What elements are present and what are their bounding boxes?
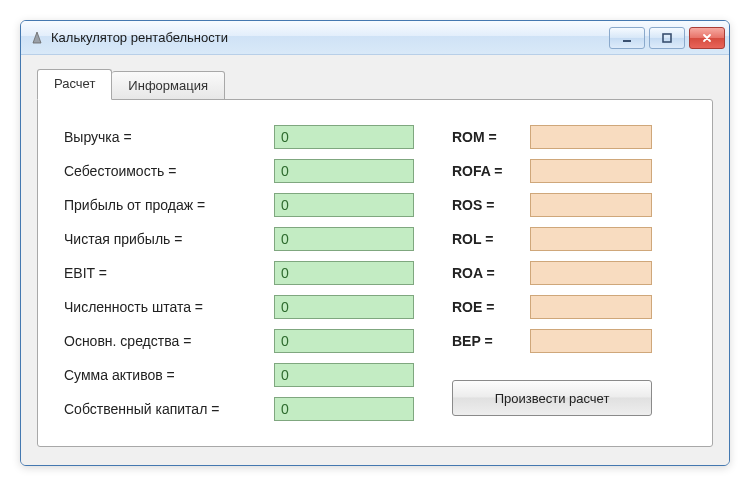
input-sales-profit[interactable] — [274, 193, 414, 217]
minimize-button[interactable] — [609, 27, 645, 49]
outputs-column: ROM = ROFA = ROS = ROL = — [452, 120, 690, 426]
input-headcount[interactable] — [274, 295, 414, 319]
output-rofa — [530, 159, 652, 183]
label-ros: ROS = — [452, 197, 530, 213]
label-bep: BEP = — [452, 333, 530, 349]
svg-rect-1 — [623, 40, 631, 42]
calculate-button[interactable]: Произвести расчет — [452, 380, 652, 416]
label-rofa: ROFA = — [452, 163, 530, 179]
label-headcount: Численность штата = — [64, 299, 274, 315]
output-bep — [530, 329, 652, 353]
output-roe — [530, 295, 652, 319]
client-area: Расчет Информация Выручка = Себестоимост… — [21, 55, 729, 465]
label-rom: ROM = — [452, 129, 530, 145]
window-controls — [609, 27, 725, 49]
inputs-column: Выручка = Себестоимость = Прибыль от про… — [64, 120, 424, 426]
tabstrip: Расчет Информация — [37, 69, 713, 100]
tab-info[interactable]: Информация — [112, 71, 225, 100]
label-rol: ROL = — [452, 231, 530, 247]
titlebar[interactable]: Калькулятор рентабельности — [21, 21, 729, 55]
input-cost[interactable] — [274, 159, 414, 183]
label-fixed-assets: Основн. средства = — [64, 333, 274, 349]
label-roe: ROE = — [452, 299, 530, 315]
tab-calc[interactable]: Расчет — [37, 69, 112, 100]
label-total-assets: Сумма активов = — [64, 367, 274, 383]
input-total-assets[interactable] — [274, 363, 414, 387]
output-rol — [530, 227, 652, 251]
input-equity[interactable] — [274, 397, 414, 421]
label-net-profit: Чистая прибыль = — [64, 231, 274, 247]
maximize-button[interactable] — [649, 27, 685, 49]
label-revenue: Выручка = — [64, 129, 274, 145]
app-window: Калькулятор рентабельности Расчет Информ… — [20, 20, 730, 466]
svg-rect-2 — [663, 34, 671, 42]
label-sales-profit: Прибыль от продаж = — [64, 197, 274, 213]
close-button[interactable] — [689, 27, 725, 49]
window-title: Калькулятор рентабельности — [51, 30, 609, 45]
input-revenue[interactable] — [274, 125, 414, 149]
input-ebit[interactable] — [274, 261, 414, 285]
app-icon — [29, 30, 45, 46]
output-rom — [530, 125, 652, 149]
tab-panel-calc: Выручка = Себестоимость = Прибыль от про… — [37, 99, 713, 447]
output-ros — [530, 193, 652, 217]
label-ebit: EBIT = — [64, 265, 274, 281]
label-roa: ROA = — [452, 265, 530, 281]
label-cost: Себестоимость = — [64, 163, 274, 179]
input-fixed-assets[interactable] — [274, 329, 414, 353]
label-equity: Собственный капитал = — [64, 401, 274, 417]
svg-marker-0 — [33, 32, 41, 43]
input-net-profit[interactable] — [274, 227, 414, 251]
output-roa — [530, 261, 652, 285]
